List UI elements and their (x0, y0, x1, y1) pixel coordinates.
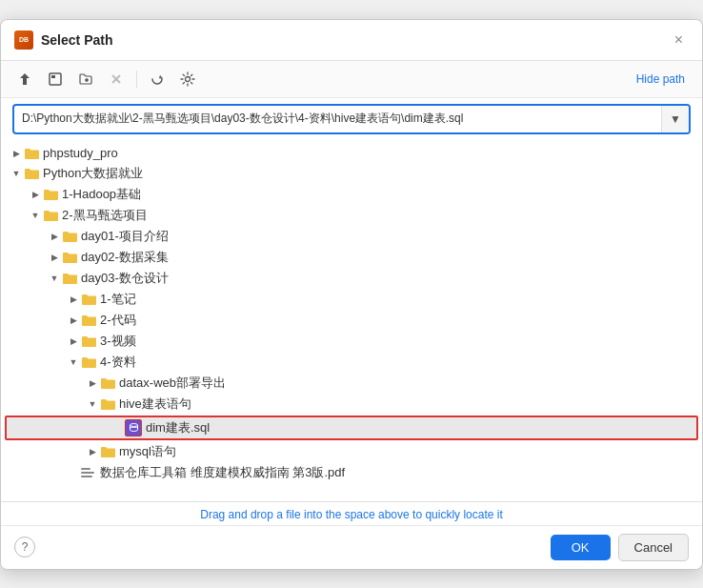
folder-icon (43, 187, 58, 202)
item-label: hive建表语句 (119, 395, 191, 413)
expand-icon: ▶ (85, 444, 100, 459)
expand-icon: ▼ (28, 208, 43, 223)
expand-icon: ▶ (85, 375, 100, 391)
bottom-bar: ? OK Cancel (1, 526, 702, 569)
folder-icon (81, 334, 96, 349)
toolbar: Hide path (1, 61, 702, 98)
sql-file-icon (125, 419, 142, 436)
item-label: phpstudy_pro (43, 146, 118, 160)
tree-item-day03[interactable]: ▼ day03-数仓设计 (1, 268, 702, 289)
svg-rect-0 (50, 73, 61, 85)
folder-icon (81, 355, 96, 370)
svg-point-7 (130, 424, 137, 427)
hide-path-button[interactable]: Hide path (631, 70, 691, 89)
file-tree: ▶ phpstudy_pro ▼ Python大数据就业 ▶ 1-Hadoop基… (1, 140, 702, 502)
app-icon: DB (14, 30, 33, 50)
tree-item-video[interactable]: ▶ 3-视频 (1, 331, 702, 352)
item-label: datax-web部署导出 (119, 375, 226, 392)
expand-icon: ▶ (66, 292, 81, 307)
expand-icon: ▶ (66, 313, 81, 328)
tree-item-day02[interactable]: ▶ day02-数据采集 (1, 247, 702, 268)
expand-icon: ▶ (28, 187, 43, 202)
tree-item-python[interactable]: ▼ Python大数据就业 (1, 163, 702, 184)
item-label: day02-数据采集 (81, 249, 169, 266)
folder-icon (43, 208, 58, 223)
expand-icon: ▶ (47, 250, 62, 265)
new-folder-button[interactable] (73, 67, 98, 91)
path-dropdown-button[interactable]: ▼ (661, 106, 689, 132)
item-label: 2-代码 (100, 312, 136, 329)
expand-icon: ▶ (47, 229, 62, 244)
item-label: dim建表.sql (146, 419, 210, 436)
cancel-button[interactable]: Cancel (618, 534, 689, 561)
close-button[interactable]: × (669, 30, 689, 51)
home-button[interactable] (43, 67, 68, 91)
expand-icon: ▶ (66, 334, 81, 349)
item-label: 4-资料 (100, 354, 136, 371)
folder-icon (100, 375, 115, 391)
ok-button[interactable]: OK (551, 535, 611, 560)
delete-button[interactable] (104, 67, 129, 91)
folder-icon (62, 229, 77, 244)
drag-hint: Drag and drop a file into the space abov… (1, 502, 702, 526)
item-label: 1-Hadoop基础 (62, 186, 141, 203)
tree-item-code[interactable]: ▶ 2-代码 (1, 310, 702, 331)
expand-icon: ▼ (47, 271, 62, 286)
doc-lines-icon (81, 465, 96, 480)
folder-icon (81, 292, 96, 307)
expand-icon: ▼ (85, 396, 100, 412)
folder-icon (100, 396, 115, 412)
expand-icon: ▶ (9, 146, 24, 161)
tree-item-heima[interactable]: ▼ 2-黑马甄选项目 (1, 205, 702, 226)
item-label: day03-数仓设计 (81, 270, 169, 287)
tree-item-phpstudy[interactable]: ▶ phpstudy_pro (1, 144, 702, 163)
svg-rect-1 (51, 75, 55, 78)
item-label: 数据仓库工具箱 维度建模权威指南 第3版.pdf (100, 464, 345, 481)
expand-icon: ▼ (9, 166, 24, 181)
tree-item-notes[interactable]: ▶ 1-笔记 (1, 289, 702, 310)
folder-icon (24, 146, 39, 161)
tree-item-dim-sql[interactable]: dim建表.sql (5, 416, 698, 440)
folder-icon (81, 313, 96, 328)
tree-item-day01[interactable]: ▶ day01-项目介绍 (1, 226, 702, 247)
expand-icon: ▼ (66, 355, 81, 370)
item-label: day01-项目介绍 (81, 228, 169, 245)
item-label: 1-笔记 (100, 291, 136, 308)
tree-item-datax[interactable]: ▶ datax-web部署导出 (1, 373, 702, 394)
item-label: 3-视频 (100, 333, 136, 350)
item-label: Python大数据就业 (43, 165, 143, 182)
svg-point-6 (186, 76, 191, 81)
path-input[interactable] (14, 108, 661, 131)
separator-1 (136, 71, 137, 88)
dialog-title: Select Path (41, 32, 669, 48)
path-bar: ▼ (12, 104, 691, 134)
tree-item-material[interactable]: ▼ 4-资料 (1, 352, 702, 373)
folder-icon (62, 271, 77, 286)
title-bar: DB Select Path × (1, 20, 702, 61)
tree-item-hadoop[interactable]: ▶ 1-Hadoop基础 (1, 184, 702, 205)
tree-item-hive[interactable]: ▼ hive建表语句 (1, 394, 702, 415)
help-button[interactable]: ? (14, 537, 35, 558)
folder-icon (24, 166, 39, 181)
up-button[interactable] (12, 67, 37, 91)
folder-icon (62, 250, 77, 265)
refresh-button[interactable] (145, 67, 170, 91)
tree-item-pdf[interactable]: 数据仓库工具箱 维度建模权威指南 第3版.pdf (1, 462, 702, 483)
tree-item-mysql[interactable]: ▶ mysql语句 (1, 441, 702, 462)
folder-icon (100, 444, 115, 459)
item-label: mysql语句 (119, 443, 176, 460)
select-path-dialog: DB Select Path × (0, 19, 703, 570)
settings-button[interactable] (175, 67, 200, 91)
item-label: 2-黑马甄选项目 (62, 207, 148, 224)
bottom-actions: OK Cancel (551, 534, 689, 561)
